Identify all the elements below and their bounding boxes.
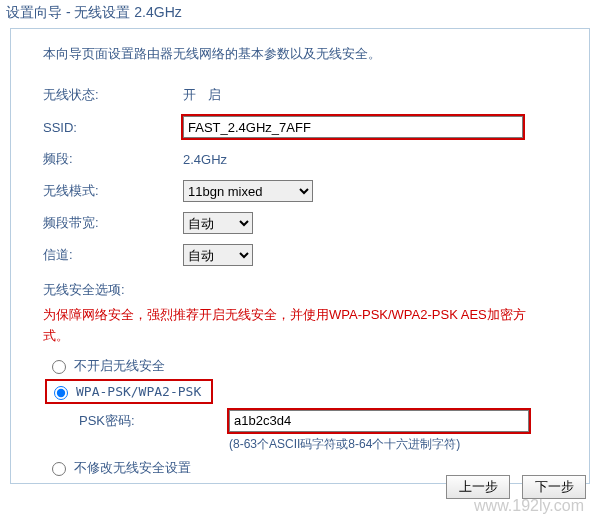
row-channel: 信道: 自动	[43, 243, 567, 267]
radio-wpa-label: WPA-PSK/WPA2-PSK	[76, 384, 201, 399]
radio-none-label: 不开启无线安全	[74, 357, 165, 375]
psk-label: PSK密码:	[79, 412, 229, 430]
radio-keep-label: 不修改无线安全设置	[74, 459, 191, 477]
settings-panel: 本向导页面设置路由器无线网络的基本参数以及无线安全。 无线状态: 开 启 SSI…	[10, 28, 590, 484]
watermark-text: www.192ly.com	[474, 497, 584, 515]
band-label: 频段:	[43, 150, 183, 168]
window-title: 设置向导 - 无线设置 2.4GHz	[0, 0, 600, 28]
footer-buttons: 上一步 下一步	[438, 475, 586, 499]
row-psk: PSK密码:	[79, 410, 567, 432]
radio-row-none[interactable]: 不开启无线安全	[47, 357, 567, 375]
radio-none[interactable]	[52, 360, 66, 374]
radio-keep[interactable]	[52, 462, 66, 476]
radio-wpa[interactable]	[54, 386, 68, 400]
ssid-input[interactable]	[183, 116, 523, 138]
radio-row-keep[interactable]: 不修改无线安全设置	[47, 459, 567, 477]
bw-label: 频段带宽:	[43, 214, 183, 232]
security-section-label: 无线安全选项:	[43, 281, 567, 299]
psk-hint: (8-63个ASCII码字符或8-64个十六进制字符)	[229, 436, 567, 453]
row-bw: 频段带宽: 自动	[43, 211, 567, 235]
status-value: 开 启	[183, 86, 225, 104]
wizard-window: 设置向导 - 无线设置 2.4GHz 本向导页面设置路由器无线网络的基本参数以及…	[0, 0, 600, 517]
channel-select[interactable]: 自动	[183, 244, 253, 266]
band-value: 2.4GHz	[183, 152, 227, 167]
mode-select[interactable]: 11bgn mixed	[183, 180, 313, 202]
row-ssid: SSID:	[43, 115, 567, 139]
row-mode: 无线模式: 11bgn mixed	[43, 179, 567, 203]
psk-input[interactable]	[229, 410, 529, 432]
security-warning: 为保障网络安全，强烈推荐开启无线安全，并使用WPA-PSK/WPA2-PSK A…	[43, 305, 543, 347]
row-band: 频段: 2.4GHz	[43, 147, 567, 171]
row-status: 无线状态: 开 启	[43, 83, 567, 107]
status-label: 无线状态:	[43, 86, 183, 104]
panel-description: 本向导页面设置路由器无线网络的基本参数以及无线安全。	[43, 45, 567, 63]
ssid-label: SSID:	[43, 120, 183, 135]
radio-row-wpa[interactable]: WPA-PSK/WPA2-PSK	[47, 381, 211, 402]
prev-button[interactable]: 上一步	[446, 475, 510, 499]
next-button[interactable]: 下一步	[522, 475, 586, 499]
bw-select[interactable]: 自动	[183, 212, 253, 234]
mode-label: 无线模式:	[43, 182, 183, 200]
ch-label: 信道:	[43, 246, 183, 264]
